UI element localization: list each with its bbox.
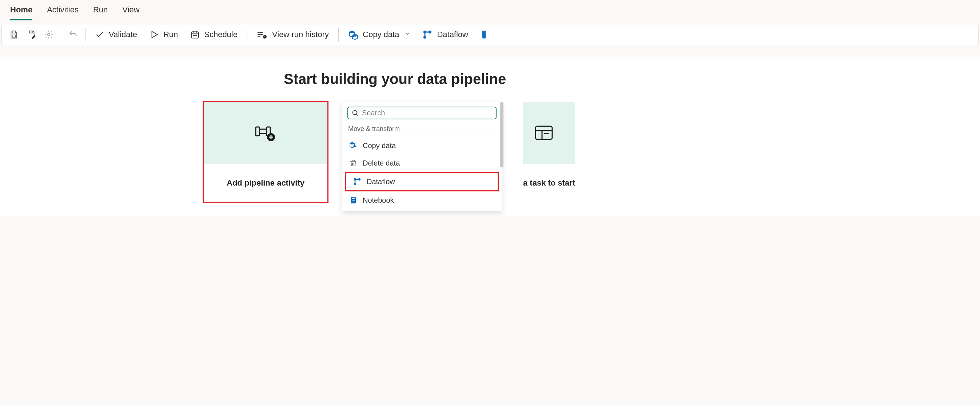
- svg-rect-1: [13, 35, 16, 37]
- page-heading: Start building your data pipeline: [284, 71, 966, 87]
- dropdown-item-copy-data[interactable]: Copy data: [342, 137, 502, 154]
- copy-data-button[interactable]: Copy data: [343, 27, 415, 42]
- schedule-button[interactable]: Schedule: [185, 28, 243, 41]
- dropdown-item-label: Copy data: [363, 142, 396, 150]
- svg-point-7: [195, 35, 195, 36]
- svg-point-14: [350, 31, 355, 33]
- svg-point-33: [354, 178, 356, 180]
- card-illustration: [204, 102, 327, 164]
- dropdown-item-label: Dataflow: [367, 178, 395, 186]
- validate-label: Validate: [109, 30, 137, 39]
- dataflow-label: Dataflow: [437, 30, 468, 39]
- svg-point-16: [423, 30, 426, 33]
- svg-rect-2: [30, 31, 33, 33]
- truncated-button[interactable]: [476, 27, 486, 42]
- svg-rect-19: [482, 31, 486, 38]
- validate-button[interactable]: Validate: [90, 28, 142, 41]
- schedule-label: Schedule: [204, 30, 237, 39]
- add-pipeline-activity-card[interactable]: Add pipeline activity: [204, 102, 328, 202]
- calendar-icon: [190, 30, 200, 39]
- run-button[interactable]: Run: [145, 28, 183, 41]
- notebook-icon: [480, 29, 486, 40]
- dropdown-item-label: Delete data: [363, 159, 400, 167]
- svg-point-18: [423, 36, 426, 38]
- play-icon: [150, 30, 159, 39]
- svg-point-3: [48, 33, 50, 36]
- toolbar-separator: [61, 28, 61, 41]
- run-label: Run: [163, 30, 178, 39]
- settings-button[interactable]: [41, 28, 56, 41]
- tab-view[interactable]: View: [122, 5, 139, 21]
- toolbar-separator: [85, 28, 86, 41]
- trash-icon: [349, 159, 358, 167]
- choose-task-card[interactable]: a task to start: [523, 102, 575, 202]
- save-button[interactable]: [6, 28, 21, 41]
- svg-point-8: [196, 35, 197, 36]
- ribbon-tabs: Home Activities Run View: [0, 0, 980, 21]
- gear-icon: [44, 30, 54, 39]
- undo-icon: [68, 30, 78, 39]
- chevron-down-icon: [405, 31, 410, 38]
- save-pencil-icon: [27, 30, 36, 39]
- save-icon: [9, 30, 19, 39]
- search-input[interactable]: [362, 109, 492, 117]
- dropdown-item-notebook[interactable]: Notebook: [342, 191, 502, 209]
- svg-rect-0: [13, 31, 16, 33]
- svg-rect-20: [256, 127, 259, 136]
- view-run-history-button[interactable]: View run history: [252, 28, 334, 41]
- dropdown-item-delete-data[interactable]: Delete data: [342, 154, 502, 172]
- activity-dropdown: Move & transform Copy data Delete data: [342, 102, 502, 211]
- dataflow-button[interactable]: Dataflow: [417, 27, 473, 42]
- notebook-icon: [349, 196, 358, 204]
- search-icon: [352, 110, 359, 117]
- card-illustration: [523, 102, 575, 164]
- history-icon: [257, 30, 268, 39]
- copy-data-label: Copy data: [363, 30, 399, 39]
- toolbar: Validate Run Schedule View run history C…: [2, 24, 978, 45]
- search-field[interactable]: [347, 107, 496, 120]
- svg-point-34: [358, 178, 361, 180]
- svg-point-35: [354, 183, 356, 185]
- database-icon: [349, 141, 358, 150]
- pipeline-add-icon: [254, 124, 277, 142]
- svg-point-17: [428, 30, 431, 33]
- svg-rect-37: [352, 198, 355, 199]
- activity-dropdown-wrap: Move & transform Copy data Delete data: [342, 102, 502, 211]
- save-as-button[interactable]: [24, 28, 39, 41]
- dataflow-icon: [353, 177, 361, 186]
- dropdown-section-header: Move & transform: [342, 123, 502, 136]
- dropdown-item-dataflow[interactable]: Dataflow: [345, 172, 499, 191]
- svg-point-30: [353, 145, 356, 147]
- svg-point-27: [353, 110, 357, 115]
- card-label: Add pipeline activity: [204, 164, 327, 202]
- dropdown-item-label: Notebook: [363, 196, 394, 204]
- svg-marker-4: [152, 31, 157, 37]
- scrollbar[interactable]: [500, 102, 503, 167]
- svg-point-15: [353, 34, 358, 37]
- cards-row: Add pipeline activity Move & transform C…: [204, 102, 966, 211]
- toolbar-separator: [338, 28, 339, 41]
- tab-activities[interactable]: Activities: [47, 5, 79, 21]
- view-run-history-label: View run history: [272, 30, 329, 39]
- check-icon: [95, 30, 104, 39]
- svg-rect-38: [352, 200, 355, 201]
- tab-run[interactable]: Run: [93, 5, 108, 21]
- undo-button[interactable]: [65, 28, 81, 41]
- svg-point-29: [350, 142, 354, 145]
- svg-point-6: [193, 35, 194, 36]
- template-icon: [534, 124, 554, 142]
- card-label: a task to start: [523, 164, 575, 202]
- main-canvas: Start building your data pipeline Add pi…: [0, 56, 980, 216]
- toolbar-separator: [247, 28, 247, 41]
- database-icon: [348, 29, 358, 40]
- svg-line-28: [356, 114, 358, 116]
- dataflow-icon: [422, 29, 433, 40]
- svg-rect-39: [536, 126, 552, 139]
- tab-home[interactable]: Home: [10, 5, 32, 21]
